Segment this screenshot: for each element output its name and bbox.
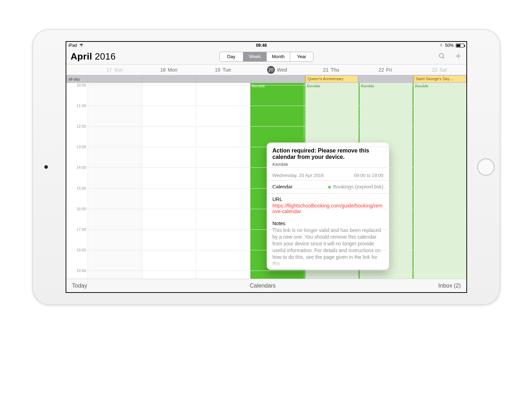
hour-gridline [88,106,466,106]
hour-label: 13:00 [66,145,86,149]
battery-icon [456,44,464,48]
inbox-button[interactable]: Inbox (2) [438,283,461,289]
seg-day[interactable]: Day [220,52,243,61]
day-header-sun[interactable]: 17Sun [88,65,142,75]
day-header-wed[interactable]: 20Wed [250,65,304,75]
add-event-icon[interactable] [454,52,462,61]
popover-time: 09:00 to 19:00 [354,173,383,178]
popover-date: Wednesday, 20 Apr 2016 [272,173,324,178]
allday-chip[interactable]: Saint George's Day… [413,76,466,82]
hour-gridline [88,188,466,189]
view-segmented-control: Day Week Month Year [219,52,314,62]
allday-thu[interactable]: Queen's Anniversary [304,75,358,83]
week-grid[interactable]: Kemble Kemble Kemble Kemble Action requi… [66,83,466,279]
allday-row: all-day Queen's Anniversary Saint George… [66,75,466,83]
popover-url-label: URL [272,194,383,203]
hour-label: 16:00 [66,207,86,211]
wifi-icon [79,43,84,48]
battery-pct: 50% [445,43,454,48]
search-icon[interactable] [438,52,446,61]
hour-gridline [88,147,466,147]
popover-title: Action required: Please remove this cale… [272,148,383,160]
event-block[interactable]: Kemble [412,83,466,279]
title-year: 2016 [95,51,116,62]
seg-month[interactable]: Month [266,52,290,61]
popover-notes-body: This link is no longer valid and has bee… [272,227,383,267]
today-button[interactable]: Today [72,283,87,289]
carrier-label: iPad [68,43,77,48]
status-time: 09:46 [256,43,267,48]
page-title: April 2016 [71,51,116,62]
hour-label: 11:00 [66,104,86,108]
hour-label: 17:00 [66,227,86,232]
popover-location: Kemble [272,162,383,167]
day-header-mon[interactable]: 18Mon [142,65,196,75]
status-bar: iPad 09:46 50% [66,42,466,49]
popover-calendar-label: Calendar [272,184,293,190]
allday-chip[interactable]: Queen's Anniversary [305,76,358,82]
hour-label: 19:00 [66,268,86,273]
front-camera [44,165,48,169]
hour-gridline [88,250,466,250]
bottom-toolbar: Today Calendars Inbox (2) [66,279,466,292]
hour-label: 14:00 [66,165,86,169]
hour-label: 10:00 [66,83,86,87]
hour-gridline [88,229,466,230]
hour-gridline [88,209,466,209]
day-header-fri[interactable]: 22Fri [358,65,412,75]
title-month: April [71,51,92,62]
allday-label: all-day [66,75,88,83]
hour-gridline [88,167,466,168]
svg-line-1 [443,57,444,58]
seg-week[interactable]: Week [243,52,266,61]
day-header-thu[interactable]: 21Thu [304,65,358,75]
hour-label: 18:00 [66,248,86,252]
ipad-frame: iPad 09:46 50% April 20 [32,29,500,305]
weekday-header: 17Sun 18Mon 19Tue 20Wed 21Thu 22Fri 23Sa… [66,65,466,75]
allday-sat[interactable]: Saint George's Day… [412,75,466,83]
home-button[interactable] [477,158,495,176]
svg-point-0 [439,53,444,57]
event-popover: Action required: Please remove this cale… [267,143,389,270]
hour-label: 12:00 [66,124,86,128]
hour-gridline [88,85,466,85]
popover-calendar-name[interactable]: Bookings (expired link) [328,184,383,190]
popover-notes-label: Notes [272,218,383,227]
hour-gridline [88,126,466,127]
bluetooth-icon [439,43,443,48]
col-tue[interactable] [196,83,250,279]
screen: iPad 09:46 50% April 20 [66,41,467,293]
col-sat[interactable]: Kemble [412,83,466,279]
hour-label: 15:00 [66,186,86,190]
seg-year[interactable]: Year [290,52,313,61]
calendar-header: April 2016 Day Week Month Year [66,49,466,65]
day-header-sat[interactable]: 23Sat [412,65,466,75]
day-header-tue[interactable]: 19Tue [196,65,250,75]
hour-gridline [88,271,466,271]
calendars-button[interactable]: Calendars [250,283,276,289]
col-sun[interactable] [88,83,142,279]
col-mon[interactable] [142,83,196,279]
